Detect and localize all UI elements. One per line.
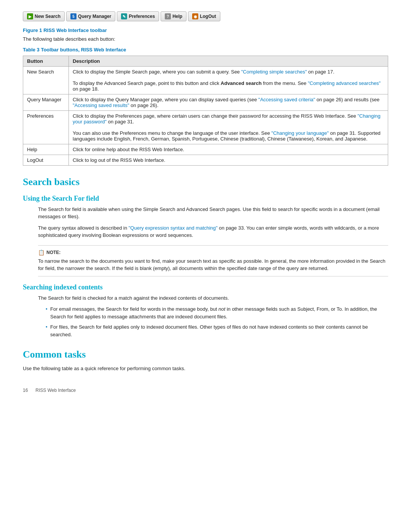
accessing-saved-criteria-link[interactable]: "Accessing saved criteria" [258,97,315,102]
note-box: 📋 NOTE: To narrow the search to the docu… [38,245,388,276]
changing-language-link[interactable]: "Changing your language" [271,130,329,136]
logout-icon: ◉ [192,13,198,19]
using-search-para2-start: The query syntax allowed is described in [38,225,129,231]
following-table-text: The following table describes each butto… [23,35,388,43]
logout-button[interactable]: ◉ LogOut [188,11,220,21]
preferences-button[interactable]: ✎ Preferences [117,11,159,21]
help-button[interactable]: ? Help [161,11,186,21]
completing-advanced-searches-link[interactable]: "Completing advanced searches" [308,80,381,86]
help-icon: ? [165,13,171,19]
note-label: 📋 NOTE: [38,249,388,256]
row-button-new-search: New Search [23,66,69,94]
using-search-para1: The Search for field is available when u… [38,206,388,220]
search-basics-heading: Search basics [23,176,388,188]
toolbar: ▶ New Search 5 Query Manager ✎ Preferenc… [23,11,388,21]
accessing-saved-results-link[interactable]: "Accessing saved results" [73,102,129,108]
footer-text: RISS Web Interface [35,388,76,393]
using-search-para2: The query syntax allowed is described in… [38,224,388,239]
note-text: To narrow the search to the documents yo… [38,257,388,272]
list-item: For files, the Search for field applies … [46,323,388,338]
row-button-query-manager: Query Manager [23,94,69,110]
new-search-button[interactable]: ▶ New Search [23,11,65,21]
query-manager-button[interactable]: 5 Query Manager [66,11,115,21]
searching-indexed-bullets: For email messages, the Search for field… [46,305,388,338]
list-item: For email messages, the Search for field… [46,305,388,320]
query-expression-syntax-link[interactable]: "Query expression syntax and matching" [129,225,218,231]
table-row: Help Click for online help about the RIS… [23,144,388,155]
using-search-for-heading: Using the Search For field [23,195,388,203]
row-desc-logout: Click to log out of the RISS Web Interfa… [69,155,388,165]
col-button: Button [23,56,69,66]
table-row: LogOut Click to log out of the RISS Web … [23,155,388,165]
table-row: New Search Click to display the Simple S… [23,66,388,94]
changing-password-link[interactable]: "Changing your password" [73,113,381,125]
toolbar-buttons-table: Button Description New Search Click to d… [23,56,388,166]
logout-label: LogOut [200,14,216,19]
table-label: Table 3 Toolbar buttons, RISS Web Interf… [23,47,388,53]
common-tasks-para: Use the following table as a quick refer… [23,365,388,372]
row-button-logout: LogOut [23,155,69,165]
note-icon: 📋 [38,249,45,256]
searching-indexed-para1: The Search for field is checked for a ma… [38,294,388,302]
query-manager-icon: 5 [70,13,76,19]
col-description: Description [69,56,388,66]
preferences-icon: ✎ [121,13,127,19]
help-label: Help [172,14,182,19]
new-search-icon: ▶ [27,13,33,19]
new-search-label: New Search [35,14,61,19]
row-desc-preferences: Click to display the Preferences page, w… [69,110,388,144]
page-footer: 16 RISS Web Interface [23,388,388,393]
figure-label: Figure 1 RISS Web Interface toolbar [23,27,388,33]
query-manager-label: Query Manager [78,14,111,19]
table-row: Query Manager Click to display the Query… [23,94,388,110]
row-desc-help: Click for online help about the RISS Web… [69,144,388,155]
table-row: Preferences Click to display the Prefere… [23,110,388,144]
common-tasks-heading: Common tasks [23,349,388,360]
searching-indexed-heading: Searching indexed contents [23,283,388,291]
row-desc-new-search: Click to display the Simple Search page,… [69,66,388,94]
row-desc-query-manager: Click to display the Query Manager page,… [69,94,388,110]
preferences-label: Preferences [129,14,155,19]
row-button-help: Help [23,144,69,155]
page-number: 16 [23,388,28,393]
row-button-preferences: Preferences [23,110,69,144]
completing-simple-searches-link[interactable]: "Completing simple searches" [241,69,307,75]
